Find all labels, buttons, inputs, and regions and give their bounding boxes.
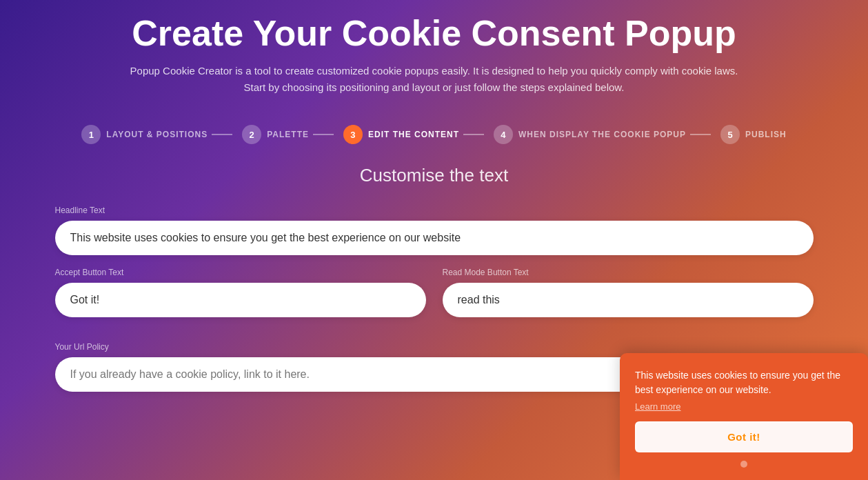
- two-col-row: Accept Button Text Read Mode Button Text: [55, 268, 814, 330]
- popup-dot-indicator: [635, 461, 853, 468]
- step-5-number: 5: [720, 125, 740, 144]
- step-2[interactable]: 2 PALETTE: [208, 125, 309, 144]
- read-input[interactable]: [443, 283, 814, 317]
- popup-learn-more-link[interactable]: Learn more: [635, 401, 853, 412]
- step-1-label: LAYOUT & POSITIONS: [106, 130, 208, 139]
- accept-field-group: Accept Button Text: [55, 268, 426, 317]
- step-1-number: 1: [81, 125, 101, 144]
- cookie-popup-preview: This website uses cookies to ensure you …: [620, 353, 868, 480]
- step-5-label: PUBLISH: [745, 130, 787, 139]
- step-5[interactable]: 5 PUBLISH: [686, 125, 787, 144]
- popup-got-it-button[interactable]: Got it!: [635, 421, 853, 452]
- step-4-label: WHEN DISPLAY THE COOKIE POPUP: [518, 130, 686, 139]
- step-3[interactable]: 3 EDIT THE CONTENT: [309, 125, 459, 144]
- page-wrapper: Create Your Cookie Consent Popup Popup C…: [0, 0, 868, 480]
- step-3-label: EDIT THE CONTENT: [368, 130, 459, 139]
- header-section: Create Your Cookie Consent Popup Popup C…: [41, 14, 827, 110]
- popup-body-text: This website uses cookies to ensure you …: [635, 368, 853, 397]
- step-4[interactable]: 4 WHEN DISPLAY THE COOKIE POPUP: [459, 125, 686, 144]
- accept-input[interactable]: [55, 283, 426, 317]
- step-4-number: 4: [494, 125, 513, 144]
- read-field-group: Read Mode Button Text: [443, 268, 814, 317]
- accept-label: Accept Button Text: [55, 268, 426, 277]
- step-1[interactable]: 1 LAYOUT & POSITIONS: [81, 125, 208, 144]
- section-title: Customise the text: [41, 165, 827, 186]
- url-label: Your Url Policy: [55, 342, 758, 352]
- page-subtitle-2: Start by choosing its positioning and la…: [124, 79, 745, 96]
- steps-nav: 1 LAYOUT & POSITIONS 2 PALETTE 3 EDIT TH…: [41, 125, 827, 144]
- dot-icon: [740, 461, 747, 468]
- page-title: Create Your Cookie Consent Popup: [41, 14, 827, 53]
- step-2-number: 2: [242, 125, 261, 144]
- read-label: Read Mode Button Text: [443, 268, 814, 277]
- page-subtitle-1: Popup Cookie Creator is a tool to create…: [124, 63, 745, 79]
- headline-label: Headline Text: [55, 206, 814, 215]
- step-3-number: 3: [343, 125, 363, 144]
- headline-input[interactable]: [55, 221, 814, 255]
- step-2-label: PALETTE: [267, 130, 309, 139]
- headline-field-group: Headline Text: [55, 206, 814, 255]
